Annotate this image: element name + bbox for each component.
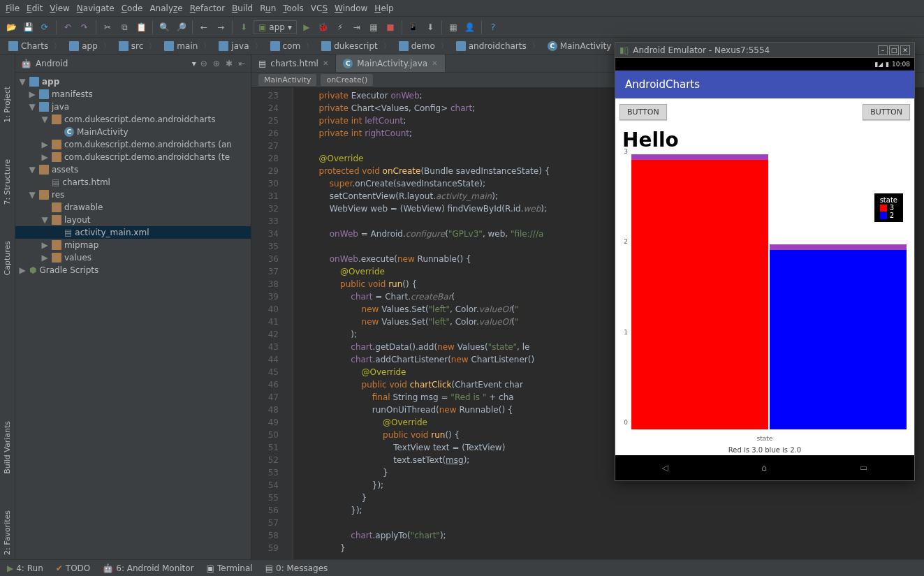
crumb-src[interactable]: src: [115, 41, 161, 51]
code-line[interactable]: });: [298, 504, 920, 517]
tree-node[interactable]: ▼assets: [15, 163, 251, 176]
debug-icon[interactable]: 🐞: [316, 20, 330, 34]
find-icon[interactable]: 🔍: [157, 20, 171, 34]
gutter-line[interactable]: 51: [254, 441, 279, 454]
layout-icon[interactable]: ▦: [446, 20, 460, 34]
crumb-method[interactable]: onCreate(): [321, 74, 373, 86]
tree-node[interactable]: drawable: [15, 201, 251, 214]
cut-icon[interactable]: ✂: [101, 20, 115, 34]
gutter-line[interactable]: 50: [254, 429, 279, 441]
make-icon[interactable]: ⬇: [237, 20, 251, 34]
tree-arrow-icon[interactable]: ▶: [41, 152, 49, 162]
attach-icon[interactable]: ⇥: [350, 20, 364, 34]
tree-arrow-icon[interactable]: ▼: [28, 102, 36, 112]
tree-arrow-icon[interactable]: ▼: [18, 77, 27, 87]
redo-icon[interactable]: ↷: [78, 20, 91, 34]
tree-node[interactable]: ▼com.dukescript.demo.androidcharts: [15, 113, 251, 126]
coverage-icon[interactable]: ▦: [367, 20, 381, 34]
chart-plot[interactable]: [631, 160, 907, 429]
tree-node[interactable]: ▼layout: [15, 214, 251, 226]
crumb-demo[interactable]: demo: [395, 41, 452, 51]
gutter-line[interactable]: 55: [254, 492, 279, 504]
project-tree[interactable]: ▼app▶manifests▼java▼com.dukescript.demo.…: [15, 73, 251, 559]
chart[interactable]: 0123 state 32 state: [615, 158, 914, 445]
profile-icon[interactable]: ⚡: [333, 20, 347, 34]
tree-node[interactable]: ▶mipmap: [15, 239, 251, 251]
tree-arrow-icon[interactable]: ▼: [28, 190, 36, 200]
gutter-line[interactable]: 49: [254, 416, 279, 429]
gutter-line[interactable]: 29: [254, 165, 279, 177]
copy-icon[interactable]: ⧉: [117, 20, 131, 34]
help-icon[interactable]: ?: [486, 20, 500, 34]
gutter-line[interactable]: 24: [254, 102, 279, 115]
gutter-line[interactable]: 31: [254, 190, 279, 202]
collapse-icon[interactable]: ⊖: [200, 59, 207, 68]
crumb-dukescript[interactable]: dukescript: [317, 41, 395, 51]
maximize-button[interactable]: □: [889, 45, 899, 55]
tab-todo[interactable]: ✔TODO: [56, 563, 91, 573]
gutter-line[interactable]: 34: [254, 228, 279, 240]
editor-tab[interactable]: ▤charts.html✕: [251, 54, 336, 72]
menu-run[interactable]: Run: [260, 3, 276, 13]
menu-code[interactable]: Code: [122, 3, 143, 13]
gutter-line[interactable]: 41: [254, 316, 279, 328]
tab-android-monitor[interactable]: 🤖6: Android Monitor: [103, 563, 193, 573]
avd-icon[interactable]: 📱: [406, 20, 420, 34]
gutter-line[interactable]: 47: [254, 391, 279, 404]
emulator-window[interactable]: ▮▯ Android Emulator - Nexus7:5554 – □ ✕ …: [615, 42, 915, 481]
tree-node[interactable]: ▶com.dukescript.demo.androidcharts (an: [15, 138, 251, 151]
tree-arrow-icon[interactable]: ▶: [28, 89, 36, 99]
gutter-line[interactable]: 43: [254, 341, 279, 353]
tab-close-icon[interactable]: ✕: [432, 59, 437, 67]
menu-build[interactable]: Build: [232, 3, 253, 13]
tab-messages[interactable]: ▤0: Messages: [265, 563, 328, 573]
gutter-line[interactable]: 56: [254, 504, 279, 517]
gutter-line[interactable]: 25: [254, 115, 279, 127]
tree-arrow-icon[interactable]: ▶: [41, 253, 49, 263]
menu-tools[interactable]: Tools: [283, 3, 304, 13]
gutter-line[interactable]: 58: [254, 529, 279, 542]
tree-node[interactable]: ▼res: [15, 189, 251, 201]
save-icon[interactable]: 💾: [21, 20, 35, 34]
gutter-line[interactable]: 45: [254, 366, 279, 378]
tab-run[interactable]: ▶4: Run: [7, 563, 43, 573]
menu-vcs[interactable]: VCS: [311, 3, 328, 13]
tab-close-icon[interactable]: ✕: [323, 59, 328, 67]
tree-arrow-icon[interactable]: ▶: [41, 240, 49, 250]
gutter-line[interactable]: 39: [254, 290, 279, 303]
crumb-java[interactable]: java: [214, 41, 265, 51]
crumb-com[interactable]: com: [266, 41, 318, 51]
undo-icon[interactable]: ↶: [61, 20, 75, 34]
gutter-line[interactable]: 23: [254, 89, 279, 102]
editor-tab[interactable]: CMainActivity.java✕: [336, 54, 445, 72]
crumb-app[interactable]: app: [65, 41, 115, 51]
gutter-line[interactable]: 59: [254, 542, 279, 554]
forward-icon[interactable]: →: [214, 20, 228, 34]
menu-file[interactable]: File: [6, 3, 20, 13]
tab-terminal[interactable]: ▣Terminal: [207, 563, 253, 573]
gutter-line[interactable]: 48: [254, 404, 279, 416]
gear-icon[interactable]: ✱: [226, 59, 233, 68]
tree-arrow-icon[interactable]: ▼: [41, 215, 49, 225]
gutter-line[interactable]: 37: [254, 265, 279, 278]
gutter-line[interactable]: 44: [254, 353, 279, 366]
gutter-line[interactable]: 33: [254, 215, 279, 228]
gutter-line[interactable]: 35: [254, 240, 279, 253]
menu-window[interactable]: Window: [335, 3, 367, 13]
tree-node[interactable]: ▤charts.html: [15, 176, 251, 189]
gutter-line[interactable]: 38: [254, 278, 279, 290]
menu-refactor[interactable]: Refactor: [190, 3, 225, 13]
replace-icon[interactable]: 🔎: [174, 20, 188, 34]
back-icon[interactable]: ←: [197, 20, 211, 34]
stop-icon[interactable]: ■: [383, 20, 397, 34]
tab-captures[interactable]: Captures: [1, 237, 13, 279]
tree-node[interactable]: ▤activity_main.xml: [15, 226, 251, 239]
back-icon[interactable]: ◁: [662, 463, 668, 473]
menu-analyze[interactable]: Analyze: [149, 3, 182, 13]
gutter-line[interactable]: 30: [254, 177, 279, 190]
menu-help[interactable]: Help: [374, 3, 393, 13]
tab-favorites[interactable]: 2: Favorites: [1, 506, 13, 559]
code-line[interactable]: [298, 517, 920, 529]
crumb-main[interactable]: main: [160, 41, 214, 51]
menu-view[interactable]: View: [50, 3, 69, 13]
